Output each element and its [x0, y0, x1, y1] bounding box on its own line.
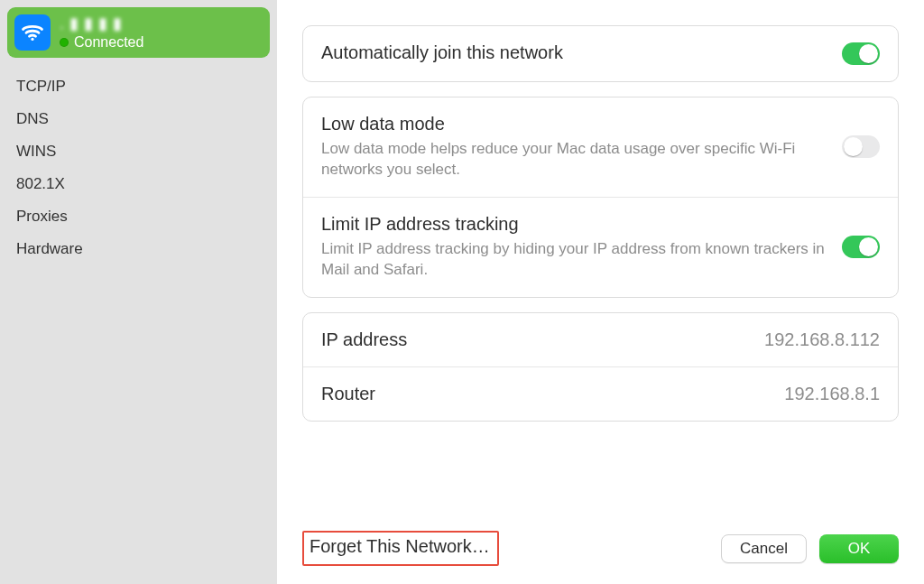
sidebar-network-item[interactable]: . ▮ ▮ ▮ ▮ Connected: [7, 7, 270, 58]
router-label: Router: [321, 384, 768, 404]
sidebar-item-wins[interactable]: WINS: [7, 135, 270, 168]
auto-join-row: Automatically join this network: [303, 26, 898, 81]
network-status: Connected: [74, 33, 143, 51]
sidebar-item-tcpip[interactable]: TCP/IP: [7, 70, 270, 103]
router-row: Router 192.168.8.1: [303, 366, 898, 421]
router-value: 192.168.8.1: [784, 384, 880, 404]
auto-join-title: Automatically join this network: [321, 42, 826, 63]
ip-address-value: 192.168.8.112: [764, 329, 880, 350]
main-pane: Automatically join this network Low data…: [277, 0, 924, 584]
tracking-group: Low data mode Low data mode helps reduce…: [302, 97, 899, 298]
auto-join-toggle[interactable]: [842, 42, 880, 65]
forget-network-button[interactable]: Forget This Network…: [310, 536, 490, 557]
status-dot-icon: [60, 38, 69, 47]
footer: Forget This Network… Cancel OK: [302, 520, 899, 566]
limit-ip-toggle[interactable]: [842, 236, 880, 258]
ip-address-label: IP address: [321, 329, 748, 350]
auto-join-group: Automatically join this network: [302, 25, 899, 82]
wifi-icon: [14, 14, 51, 51]
cancel-button[interactable]: Cancel: [721, 534, 807, 563]
sidebar: . ▮ ▮ ▮ ▮ Connected TCP/IP DNS WINS 802.…: [0, 0, 277, 584]
low-data-row: Low data mode Low data mode helps reduce…: [303, 97, 898, 197]
svg-point-0: [31, 38, 33, 41]
ip-group: IP address 192.168.8.112 Router 192.168.…: [302, 312, 899, 422]
ip-address-row: IP address 192.168.8.112: [303, 313, 898, 366]
sidebar-item-hardware[interactable]: Hardware: [7, 233, 270, 265]
limit-ip-desc: Limit IP address tracking by hiding your…: [321, 239, 826, 281]
network-name: . ▮ ▮ ▮ ▮: [60, 14, 143, 34]
forget-highlight: Forget This Network…: [302, 531, 499, 566]
sidebar-item-proxies[interactable]: Proxies: [7, 200, 270, 233]
low-data-toggle[interactable]: [842, 135, 880, 158]
low-data-desc: Low data mode helps reduce your Mac data…: [321, 139, 826, 181]
sidebar-item-dns[interactable]: DNS: [7, 103, 270, 135]
limit-ip-row: Limit IP address tracking Limit IP addre…: [303, 197, 898, 297]
ok-button[interactable]: OK: [819, 534, 899, 563]
limit-ip-title: Limit IP address tracking: [321, 214, 826, 235]
low-data-title: Low data mode: [321, 114, 826, 134]
sidebar-item-8021x[interactable]: 802.1X: [7, 168, 270, 200]
